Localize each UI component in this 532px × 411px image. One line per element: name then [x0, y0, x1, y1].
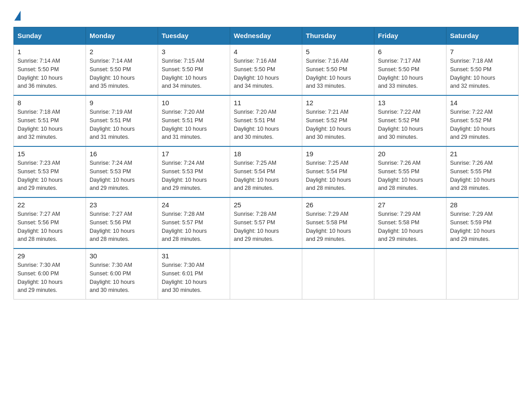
- calendar-cell: 20Sunrise: 7:26 AMSunset: 5:55 PMDayligh…: [374, 146, 446, 197]
- day-info: Sunrise: 7:25 AMSunset: 5:54 PMDaylight:…: [234, 159, 298, 193]
- calendar-week-row: 29Sunrise: 7:30 AMSunset: 6:00 PMDayligh…: [14, 248, 519, 300]
- day-info: Sunrise: 7:22 AMSunset: 5:52 PMDaylight:…: [450, 108, 515, 141]
- calendar-week-row: 1Sunrise: 7:14 AMSunset: 5:50 PMDaylight…: [14, 44, 519, 95]
- calendar-cell: 18Sunrise: 7:25 AMSunset: 5:54 PMDayligh…: [230, 146, 302, 197]
- day-number: 21: [450, 150, 515, 158]
- calendar-cell: 9Sunrise: 7:19 AMSunset: 5:51 PMDaylight…: [86, 95, 158, 146]
- day-info: Sunrise: 7:21 AMSunset: 5:52 PMDaylight:…: [306, 108, 370, 141]
- page-header: [13, 9, 519, 19]
- calendar-cell: 13Sunrise: 7:22 AMSunset: 5:52 PMDayligh…: [374, 95, 446, 146]
- logo-triangle-icon: [14, 11, 21, 21]
- calendar-cell: 27Sunrise: 7:29 AMSunset: 5:58 PMDayligh…: [374, 197, 446, 248]
- day-number: 25: [234, 201, 298, 209]
- day-info: Sunrise: 7:14 AMSunset: 5:50 PMDaylight:…: [90, 57, 154, 90]
- day-info: Sunrise: 7:14 AMSunset: 5:50 PMDaylight:…: [17, 57, 82, 90]
- day-number: 26: [306, 201, 370, 209]
- day-info: Sunrise: 7:20 AMSunset: 5:51 PMDaylight:…: [234, 108, 298, 141]
- calendar-cell: 21Sunrise: 7:26 AMSunset: 5:55 PMDayligh…: [446, 146, 519, 197]
- day-info: Sunrise: 7:27 AMSunset: 5:56 PMDaylight:…: [17, 210, 82, 244]
- calendar-cell: 14Sunrise: 7:22 AMSunset: 5:52 PMDayligh…: [446, 95, 519, 146]
- day-info: Sunrise: 7:25 AMSunset: 5:54 PMDaylight:…: [306, 159, 370, 193]
- day-info: Sunrise: 7:17 AMSunset: 5:50 PMDaylight:…: [378, 57, 442, 90]
- day-info: Sunrise: 7:28 AMSunset: 5:57 PMDaylight:…: [162, 210, 226, 244]
- calendar-week-row: 8Sunrise: 7:18 AMSunset: 5:51 PMDaylight…: [14, 95, 519, 146]
- day-info: Sunrise: 7:18 AMSunset: 5:51 PMDaylight:…: [17, 108, 82, 141]
- calendar-cell: 4Sunrise: 7:16 AMSunset: 5:50 PMDaylight…: [230, 44, 302, 95]
- day-info: Sunrise: 7:30 AMSunset: 6:01 PMDaylight:…: [162, 261, 226, 295]
- day-info: Sunrise: 7:29 AMSunset: 5:58 PMDaylight:…: [306, 210, 370, 244]
- col-header-friday: Friday: [374, 27, 446, 45]
- day-info: Sunrise: 7:16 AMSunset: 5:50 PMDaylight:…: [234, 57, 298, 90]
- calendar-cell: 19Sunrise: 7:25 AMSunset: 5:54 PMDayligh…: [302, 146, 374, 197]
- calendar-week-row: 22Sunrise: 7:27 AMSunset: 5:56 PMDayligh…: [14, 197, 519, 248]
- day-number: 18: [234, 150, 298, 158]
- calendar-cell: 31Sunrise: 7:30 AMSunset: 6:01 PMDayligh…: [158, 248, 230, 300]
- day-info: Sunrise: 7:26 AMSunset: 5:55 PMDaylight:…: [378, 159, 442, 193]
- day-number: 5: [306, 48, 370, 56]
- day-info: Sunrise: 7:28 AMSunset: 5:57 PMDaylight:…: [234, 210, 298, 244]
- day-number: 9: [90, 99, 154, 107]
- day-number: 2: [90, 48, 154, 56]
- calendar-cell: 12Sunrise: 7:21 AMSunset: 5:52 PMDayligh…: [302, 95, 374, 146]
- day-info: Sunrise: 7:15 AMSunset: 5:50 PMDaylight:…: [162, 57, 226, 90]
- calendar-cell: 7Sunrise: 7:18 AMSunset: 5:50 PMDaylight…: [446, 44, 519, 95]
- calendar-cell: 16Sunrise: 7:24 AMSunset: 5:53 PMDayligh…: [86, 146, 158, 197]
- day-info: Sunrise: 7:18 AMSunset: 5:50 PMDaylight:…: [450, 57, 515, 90]
- calendar-cell: 5Sunrise: 7:16 AMSunset: 5:50 PMDaylight…: [302, 44, 374, 95]
- day-number: 10: [162, 99, 226, 107]
- day-info: Sunrise: 7:19 AMSunset: 5:51 PMDaylight:…: [90, 108, 154, 141]
- day-number: 20: [378, 150, 442, 158]
- day-number: 6: [378, 48, 442, 56]
- calendar-cell: 26Sunrise: 7:29 AMSunset: 5:58 PMDayligh…: [302, 197, 374, 248]
- day-number: 23: [90, 201, 154, 209]
- day-number: 1: [17, 48, 82, 56]
- day-info: Sunrise: 7:27 AMSunset: 5:56 PMDaylight:…: [90, 210, 154, 244]
- calendar-cell: 3Sunrise: 7:15 AMSunset: 5:50 PMDaylight…: [158, 44, 230, 95]
- calendar-cell: 24Sunrise: 7:28 AMSunset: 5:57 PMDayligh…: [158, 197, 230, 248]
- calendar-cell: [302, 248, 374, 300]
- col-header-wednesday: Wednesday: [230, 27, 302, 45]
- calendar-table: SundayMondayTuesdayWednesdayThursdayFrid…: [13, 27, 519, 300]
- calendar-cell: 6Sunrise: 7:17 AMSunset: 5:50 PMDaylight…: [374, 44, 446, 95]
- calendar-cell: 28Sunrise: 7:29 AMSunset: 5:59 PMDayligh…: [446, 197, 519, 248]
- calendar-cell: [230, 248, 302, 300]
- day-number: 27: [378, 201, 442, 209]
- day-info: Sunrise: 7:29 AMSunset: 5:59 PMDaylight:…: [450, 210, 515, 244]
- day-info: Sunrise: 7:24 AMSunset: 5:53 PMDaylight:…: [162, 159, 226, 193]
- calendar-header-row: SundayMondayTuesdayWednesdayThursdayFrid…: [14, 27, 519, 45]
- day-info: Sunrise: 7:24 AMSunset: 5:53 PMDaylight:…: [90, 159, 154, 193]
- day-info: Sunrise: 7:23 AMSunset: 5:53 PMDaylight:…: [17, 159, 82, 193]
- day-number: 7: [450, 48, 515, 56]
- day-number: 30: [90, 252, 154, 260]
- col-header-monday: Monday: [86, 27, 158, 45]
- day-info: Sunrise: 7:22 AMSunset: 5:52 PMDaylight:…: [378, 108, 442, 141]
- calendar-cell: 22Sunrise: 7:27 AMSunset: 5:56 PMDayligh…: [14, 197, 86, 248]
- calendar-cell: 30Sunrise: 7:30 AMSunset: 6:00 PMDayligh…: [86, 248, 158, 300]
- col-header-thursday: Thursday: [302, 27, 374, 45]
- day-number: 13: [378, 99, 442, 107]
- calendar-cell: [446, 248, 519, 300]
- day-number: 14: [450, 99, 515, 107]
- day-number: 12: [306, 99, 370, 107]
- day-number: 11: [234, 99, 298, 107]
- day-number: 19: [306, 150, 370, 158]
- calendar-cell: 10Sunrise: 7:20 AMSunset: 5:51 PMDayligh…: [158, 95, 230, 146]
- col-header-sunday: Sunday: [14, 27, 86, 45]
- calendar-cell: 2Sunrise: 7:14 AMSunset: 5:50 PMDaylight…: [86, 44, 158, 95]
- day-info: Sunrise: 7:26 AMSunset: 5:55 PMDaylight:…: [450, 159, 515, 193]
- day-number: 22: [17, 201, 82, 209]
- calendar-cell: 11Sunrise: 7:20 AMSunset: 5:51 PMDayligh…: [230, 95, 302, 146]
- calendar-cell: 25Sunrise: 7:28 AMSunset: 5:57 PMDayligh…: [230, 197, 302, 248]
- day-number: 29: [17, 252, 82, 260]
- day-number: 28: [450, 201, 515, 209]
- calendar-cell: 17Sunrise: 7:24 AMSunset: 5:53 PMDayligh…: [158, 146, 230, 197]
- calendar-cell: [374, 248, 446, 300]
- calendar-cell: 1Sunrise: 7:14 AMSunset: 5:50 PMDaylight…: [14, 44, 86, 95]
- col-header-saturday: Saturday: [446, 27, 519, 45]
- calendar-cell: 23Sunrise: 7:27 AMSunset: 5:56 PMDayligh…: [86, 197, 158, 248]
- calendar-cell: 29Sunrise: 7:30 AMSunset: 6:00 PMDayligh…: [14, 248, 86, 300]
- day-number: 16: [90, 150, 154, 158]
- day-info: Sunrise: 7:30 AMSunset: 6:00 PMDaylight:…: [90, 261, 154, 295]
- calendar-cell: 15Sunrise: 7:23 AMSunset: 5:53 PMDayligh…: [14, 146, 86, 197]
- day-info: Sunrise: 7:29 AMSunset: 5:58 PMDaylight:…: [378, 210, 442, 244]
